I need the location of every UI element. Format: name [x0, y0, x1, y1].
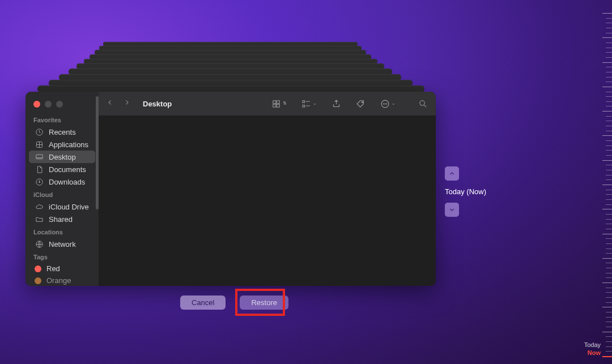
download-icon	[35, 177, 44, 186]
zoom-window-button[interactable]	[56, 101, 63, 108]
sidebar-scrollbar[interactable]	[96, 96, 99, 209]
sidebar-item-label: Network	[49, 240, 76, 249]
group-by-button[interactable]: ⌄	[301, 99, 317, 109]
svg-point-11	[362, 101, 363, 102]
cancel-button[interactable]: Cancel	[180, 296, 226, 310]
view-mode-button[interactable]: ⇅	[271, 99, 287, 109]
sidebar-item-label: Recents	[49, 128, 76, 136]
sidebar-item-label: iCloud Drive	[49, 203, 89, 211]
file-area[interactable]	[99, 115, 436, 286]
nav-back-button[interactable]	[107, 99, 113, 109]
sidebar-item-applications[interactable]: Applications	[29, 138, 95, 151]
more-button[interactable]: ⌄	[380, 99, 396, 109]
sidebar-heading-favorites: Favorites	[26, 113, 99, 126]
timeline-controls: Today (Now)	[445, 166, 486, 217]
nav-forward-button[interactable]	[124, 99, 130, 109]
search-button[interactable]	[418, 99, 428, 109]
svg-rect-10	[303, 105, 305, 107]
svg-point-16	[420, 100, 425, 105]
finder-content: Desktop ⇅ ⌄ ⌄	[99, 92, 436, 286]
red-tag-icon	[35, 265, 41, 272]
tags-button[interactable]	[356, 99, 366, 109]
sidebar-item-label: Documents	[49, 165, 86, 174]
svg-rect-8	[277, 104, 279, 107]
chevron-down-icon: ⌄	[313, 101, 317, 106]
timeline-next-button[interactable]	[445, 203, 459, 217]
timeline-ruler[interactable]	[602, 13, 612, 364]
finder-title: Desktop	[143, 100, 172, 108]
finder-window: Favorites Recents Applications Desktop D…	[26, 92, 436, 286]
share-button[interactable]	[332, 99, 341, 109]
clock-icon	[35, 127, 44, 136]
timeline-now-label: Now	[588, 349, 601, 356]
timeline-today-label: Today	[584, 341, 601, 348]
doc-icon	[35, 165, 44, 174]
sidebar-item-shared[interactable]: Shared	[29, 213, 95, 225]
app-icon	[35, 140, 44, 149]
sidebar-item-label: Orange	[46, 276, 71, 285]
finder-toolbar: Desktop ⇅ ⌄ ⌄	[99, 92, 436, 115]
folder-icon	[35, 215, 44, 224]
sidebar-item-label: Shared	[49, 215, 73, 224]
sidebar-item-icloud-drive[interactable]: iCloud Drive	[29, 200, 95, 213]
sidebar-heading-locations: Locations	[26, 225, 99, 238]
sidebar-item-recents[interactable]: Recents	[29, 126, 95, 138]
sidebar-item-documents[interactable]: Documents	[29, 163, 95, 175]
sidebar-item-label: Downloads	[49, 178, 85, 186]
sidebar-heading-icloud: iCloud	[26, 188, 99, 200]
sidebar-item-desktop[interactable]: Desktop	[29, 151, 95, 163]
timeline-previous-button[interactable]	[445, 166, 459, 181]
orange-tag-icon	[35, 277, 41, 284]
cloud-icon	[35, 202, 44, 211]
sidebar-item-label: Desktop	[49, 153, 76, 161]
sidebar-heading-tags: Tags	[26, 250, 99, 263]
annotation-highlight	[235, 289, 285, 316]
desktop-icon	[35, 152, 44, 161]
svg-rect-5	[273, 100, 276, 103]
minimize-window-button[interactable]	[45, 101, 52, 108]
finder-sidebar: Favorites Recents Applications Desktop D…	[26, 92, 99, 286]
window-controls	[26, 96, 99, 113]
chevron-updown-icon: ⇅	[283, 101, 287, 106]
svg-point-15	[386, 103, 387, 104]
timeline-current-label: Today (Now)	[445, 187, 486, 196]
svg-rect-9	[303, 100, 305, 102]
svg-rect-2	[36, 155, 42, 159]
sidebar-item-label: Red	[46, 264, 60, 273]
sidebar-item-tag-orange[interactable]: Orange	[29, 275, 95, 286]
sidebar-item-downloads[interactable]: Downloads	[29, 175, 95, 188]
svg-rect-6	[277, 100, 279, 103]
sidebar-item-label: Applications	[49, 140, 88, 149]
chevron-down-icon: ⌄	[392, 101, 396, 106]
globe-icon	[35, 239, 44, 249]
sidebar-item-network[interactable]: Network	[29, 238, 95, 250]
svg-point-14	[385, 103, 385, 104]
svg-rect-7	[273, 104, 276, 107]
sidebar-item-tag-red[interactable]: Red	[29, 263, 95, 275]
close-window-button[interactable]	[33, 101, 40, 108]
svg-point-13	[383, 103, 384, 104]
